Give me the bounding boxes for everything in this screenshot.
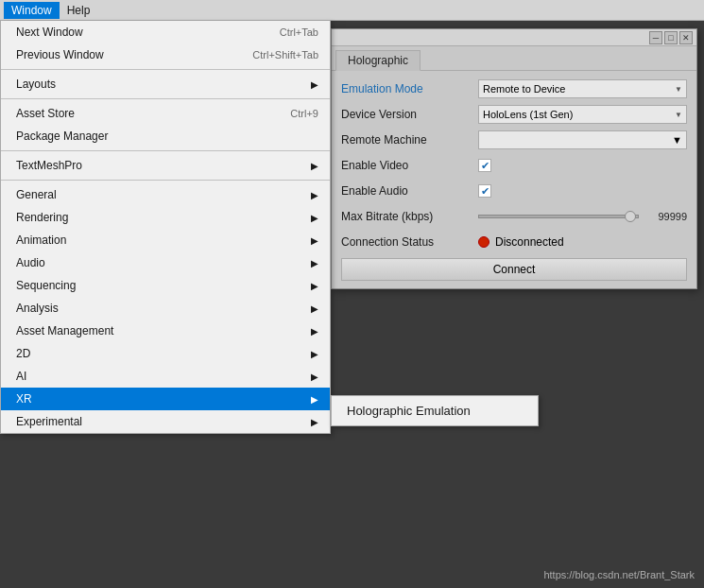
minimize-button[interactable]: ─ <box>649 31 662 44</box>
enable-audio-checkbox[interactable]: ✔ <box>478 184 687 198</box>
menu-item-label: Layouts <box>16 78 56 91</box>
arrow-icon: ▶ <box>311 349 318 359</box>
menu-item-layouts[interactable]: Layouts ▶ <box>1 73 330 95</box>
menu-item-xr[interactable]: XR ▶ <box>1 388 330 410</box>
connection-status-label: Connection Status <box>341 235 478 249</box>
arrow-icon: ▶ <box>311 326 318 337</box>
xr-submenu: Holographic Emulation <box>331 395 539 426</box>
tab-holographic[interactable]: Holographic <box>335 50 421 71</box>
arrow-icon: ▶ <box>311 79 318 90</box>
remote-machine-label: Remote Machine <box>341 133 478 147</box>
maximize-button[interactable]: □ <box>664 31 678 44</box>
panel-titlebar: ─ □ ✕ <box>332 29 696 46</box>
enable-video-control: ✔ <box>478 159 687 172</box>
dropdown-arrow-icon: ▼ <box>672 134 682 146</box>
arrow-icon: ▶ <box>311 258 318 268</box>
enable-audio-control: ✔ <box>478 184 687 198</box>
enable-audio-label: Enable Audio <box>341 184 478 198</box>
menu-separator-1 <box>1 69 330 70</box>
menu-item-next-window[interactable]: Next Window Ctrl+Tab <box>1 21 330 43</box>
submenu-item-holographic-emulation[interactable]: Holographic Emulation <box>332 396 538 425</box>
field-max-bitrate: Max Bitrate (kbps) 99999 <box>341 206 687 227</box>
device-version-label: Device Version <box>341 108 478 121</box>
menu-item-label: Asset Store <box>16 107 75 120</box>
menu-item-textmeshpro[interactable]: TextMeshPro ▶ <box>1 154 330 177</box>
menu-item-rendering[interactable]: Rendering ▶ <box>1 206 330 229</box>
arrow-icon: ▶ <box>311 417 318 427</box>
field-connection-status: Connection Status Disconnected <box>341 232 687 252</box>
menu-item-2d[interactable]: 2D ▶ <box>1 342 330 365</box>
menu-item-analysis[interactable]: Analysis ▶ <box>1 297 330 320</box>
menu-item-label: Sequencing <box>16 279 76 292</box>
status-row: Disconnected <box>478 235 687 249</box>
field-enable-video: Enable Video ✔ <box>341 155 687 176</box>
arrow-icon: ▶ <box>311 303 318 314</box>
arrow-icon: ▶ <box>311 161 318 171</box>
menu-item-label: XR <box>16 392 32 406</box>
menu-item-audio[interactable]: Audio ▶ <box>1 251 330 274</box>
menu-item-label: Analysis <box>16 302 59 315</box>
emulation-mode-control: Remote to Device ▼ <box>478 79 687 98</box>
menu-item-label: 2D <box>16 347 30 360</box>
enable-video-checkbox[interactable]: ✔ <box>478 159 687 172</box>
slider-value: 99999 <box>644 211 687 222</box>
menu-item-label: Package Manager <box>16 130 108 143</box>
menu-item-label: Asset Management <box>16 324 113 337</box>
menu-item-shortcut: Ctrl+Shift+Tab <box>252 49 318 61</box>
device-version-dropdown[interactable]: HoloLens (1st Gen) ▼ <box>478 105 687 124</box>
menu-item-label: General <box>16 188 57 201</box>
menu-item-experimental[interactable]: Experimental ▶ <box>1 410 330 433</box>
menu-item-prev-window[interactable]: Previous Window Ctrl+Shift+Tab <box>1 43 330 66</box>
menu-item-label: Experimental <box>16 415 82 428</box>
menu-item-sequencing[interactable]: Sequencing ▶ <box>1 274 330 297</box>
max-bitrate-control: 99999 <box>478 211 687 222</box>
menubar-item-help[interactable]: Help <box>60 2 98 19</box>
emulation-mode-label: Emulation Mode <box>341 82 478 95</box>
menu-separator-3 <box>1 150 330 151</box>
emulation-mode-dropdown[interactable]: Remote to Device ▼ <box>478 79 687 98</box>
watermark: https://blog.csdn.net/Brant_Stark <box>543 569 695 580</box>
arrow-icon: ▶ <box>311 235 318 246</box>
tab-bar: Holographic <box>332 46 696 71</box>
menu-item-label: Audio <box>16 256 45 269</box>
menu-separator-4 <box>1 180 330 181</box>
dropdown-arrow-icon: ▼ <box>675 85 682 94</box>
field-emulation-mode: Emulation Mode Remote to Device ▼ <box>341 78 687 99</box>
menubar-item-window[interactable]: Window <box>4 2 60 19</box>
dropdown-arrow-icon: ▼ <box>675 111 682 119</box>
connection-status-value: Disconnected <box>495 235 564 249</box>
menu-item-shortcut: Ctrl+9 <box>290 108 318 119</box>
max-bitrate-slider-row: 99999 <box>478 211 687 222</box>
field-device-version: Device Version HoloLens (1st Gen) ▼ <box>341 104 687 125</box>
checkbox-box: ✔ <box>478 159 491 172</box>
slider-thumb[interactable] <box>625 211 636 222</box>
close-button[interactable]: ✕ <box>679 31 693 44</box>
holographic-panel: ─ □ ✕ Holographic Emulation Mode Remote … <box>331 28 697 289</box>
field-enable-audio: Enable Audio ✔ <box>341 181 687 201</box>
menu-item-label: Previous Window <box>16 48 104 61</box>
emulation-mode-value: Remote to Device <box>483 83 565 95</box>
connection-status-control: Disconnected <box>478 235 687 249</box>
menu-item-asset-management[interactable]: Asset Management ▶ <box>1 320 330 342</box>
menu-item-label: Next Window <box>16 26 83 39</box>
menubar: Window Help <box>0 0 704 21</box>
connect-button[interactable]: Connect <box>341 258 687 281</box>
arrow-icon: ▶ <box>311 281 318 291</box>
menu-item-label: AI <box>16 370 26 383</box>
menu-item-asset-store[interactable]: Asset Store Ctrl+9 <box>1 102 330 125</box>
menu-item-package-manager[interactable]: Package Manager <box>1 125 330 147</box>
panel-controls: ─ □ ✕ <box>649 31 693 44</box>
remote-machine-control: ▼ <box>478 130 687 149</box>
max-bitrate-label: Max Bitrate (kbps) <box>341 210 478 223</box>
arrow-icon: ▶ <box>311 394 318 405</box>
remote-machine-input[interactable]: ▼ <box>478 130 687 149</box>
arrow-icon: ▶ <box>311 213 318 223</box>
menu-item-ai[interactable]: AI ▶ <box>1 365 330 388</box>
panel-content: Emulation Mode Remote to Device ▼ Device… <box>332 71 696 288</box>
menu-item-animation[interactable]: Animation ▶ <box>1 229 330 251</box>
menu-item-label: Rendering <box>16 211 68 224</box>
menu-separator-2 <box>1 98 330 99</box>
menu-item-general[interactable]: General ▶ <box>1 183 330 206</box>
checkbox-box: ✔ <box>478 184 491 198</box>
slider-track[interactable] <box>478 215 639 218</box>
